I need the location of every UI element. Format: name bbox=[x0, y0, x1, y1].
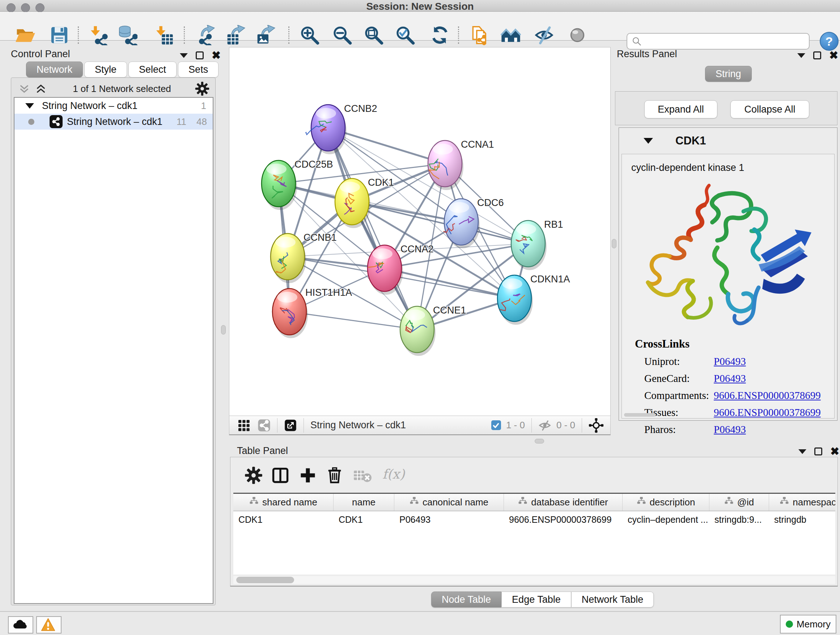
network-node-CCNE1[interactable] bbox=[400, 306, 436, 356]
crosslink-value-link[interactable]: 9606.ENSP00000378699 bbox=[714, 390, 821, 402]
export-image-button[interactable] bbox=[256, 25, 276, 45]
panel-float-icon[interactable] bbox=[196, 51, 204, 59]
memory-button[interactable]: Memory bbox=[780, 615, 836, 633]
collapse-all-networks-icon[interactable] bbox=[16, 83, 33, 95]
tab-sets[interactable]: Sets bbox=[178, 62, 218, 78]
network-edge-HIST1H1A-CCNE1[interactable] bbox=[289, 312, 417, 329]
tab-style[interactable]: Style bbox=[84, 62, 127, 78]
import-network-file-button[interactable] bbox=[88, 25, 108, 45]
network-edge-CCNA2-CDKN1A[interactable] bbox=[385, 268, 515, 298]
table-cell[interactable]: CDK1 bbox=[233, 511, 333, 528]
network-collection-row[interactable]: String Network – cdk1 1 bbox=[14, 98, 213, 114]
birdseye-grid-icon[interactable] bbox=[237, 419, 250, 432]
bottom-splitter-handle[interactable] bbox=[535, 439, 544, 443]
column-header-namespace[interactable]: namespace bbox=[769, 494, 835, 511]
network-node-RB1[interactable] bbox=[511, 220, 546, 270]
collapse-all-button[interactable]: Collapse All bbox=[730, 100, 809, 119]
search-input[interactable] bbox=[642, 34, 809, 49]
table-cell[interactable]: stringdb bbox=[769, 511, 835, 528]
detach-view-icon[interactable] bbox=[284, 419, 297, 432]
gene-header[interactable]: CDK1 bbox=[619, 128, 837, 154]
table-cell[interactable]: CDK1 bbox=[333, 511, 394, 528]
network-node-CDK1[interactable] bbox=[335, 179, 370, 228]
network-node-CCNA2[interactable] bbox=[368, 245, 403, 295]
network-node-CDKN1A[interactable] bbox=[497, 275, 533, 325]
delete-column-icon[interactable] bbox=[325, 466, 344, 485]
panel-float-icon[interactable] bbox=[814, 448, 822, 455]
table-cell[interactable]: stringdb:9... bbox=[709, 511, 769, 528]
crosslink-value-link[interactable]: P06493 bbox=[714, 372, 746, 385]
refresh-button[interactable] bbox=[430, 25, 450, 45]
export-network-button[interactable] bbox=[195, 25, 216, 45]
gene-collapse-icon[interactable] bbox=[644, 138, 653, 144]
save-session-button[interactable] bbox=[49, 25, 69, 45]
network-row-selected[interactable]: String Network – cdk1 11 48 bbox=[14, 114, 213, 130]
cloud-button[interactable] bbox=[8, 616, 33, 633]
import-table-button[interactable] bbox=[153, 25, 174, 45]
table-cell[interactable]: cyclin–dependent ... bbox=[622, 511, 709, 528]
hidden-items-icon[interactable] bbox=[538, 419, 551, 432]
home-button[interactable] bbox=[501, 25, 521, 45]
crosslink-value-link[interactable]: P06493 bbox=[714, 356, 746, 367]
export-table-button[interactable] bbox=[226, 25, 246, 45]
table-horizontal-scrollbar[interactable] bbox=[233, 576, 835, 584]
panel-close-icon[interactable]: ✖ bbox=[830, 448, 839, 455]
eye-button[interactable] bbox=[567, 25, 587, 45]
add-column-icon[interactable] bbox=[298, 466, 317, 485]
column-header-id[interactable]: @id bbox=[709, 494, 769, 511]
network-view-canvas[interactable]: CCNB2CCNA1CDC25BCDK1CDC6RB1CCNB1CCNA2CDK… bbox=[229, 47, 611, 416]
column-header-database-identifier[interactable]: database identifier bbox=[504, 494, 622, 511]
panel-menu-icon[interactable] bbox=[798, 449, 806, 454]
help-button[interactable]: ? bbox=[820, 32, 838, 51]
zoom-fit-button[interactable] bbox=[363, 25, 384, 45]
table-row[interactable]: CDK1CDK1P064939606.ENSP00000378699cyclin… bbox=[233, 511, 835, 528]
expand-all-button[interactable]: Expand All bbox=[644, 100, 717, 119]
tab-node-table[interactable]: Node Table bbox=[431, 592, 501, 608]
tab-edge-table[interactable]: Edge Table bbox=[501, 592, 571, 608]
results-scrollbar-thumb[interactable] bbox=[624, 413, 656, 417]
column-header-name[interactable]: name bbox=[333, 494, 394, 511]
tab-select[interactable]: Select bbox=[128, 62, 177, 78]
open-session-button[interactable] bbox=[15, 25, 35, 45]
zoom-selected-button[interactable] bbox=[395, 25, 415, 45]
string-document-button[interactable] bbox=[470, 25, 490, 45]
zoom-out-button[interactable] bbox=[332, 25, 352, 45]
tab-string[interactable]: String bbox=[705, 66, 752, 82]
search-box[interactable] bbox=[627, 33, 810, 50]
warnings-button[interactable] bbox=[36, 616, 62, 633]
column-type-icon bbox=[637, 496, 646, 508]
right-splitter-handle[interactable] bbox=[612, 239, 616, 249]
collection-expand-icon[interactable] bbox=[25, 103, 34, 109]
network-node-CDC6[interactable] bbox=[444, 199, 480, 249]
crosslink-value-link[interactable]: 9606.ENSP00000378699 bbox=[714, 407, 821, 418]
column-header-shared-name[interactable]: shared name bbox=[233, 494, 333, 511]
panel-menu-icon[interactable] bbox=[180, 53, 188, 58]
panel-float-icon[interactable] bbox=[813, 51, 821, 59]
column-header-description[interactable]: description bbox=[622, 494, 709, 511]
node-label-CDKN1A: CDKN1A bbox=[531, 274, 570, 285]
table-options-gear-icon[interactable] bbox=[244, 466, 263, 485]
show-columns-icon[interactable] bbox=[271, 466, 290, 485]
network-options-gear-icon[interactable] bbox=[195, 81, 210, 96]
expand-all-networks-icon[interactable] bbox=[33, 83, 49, 95]
network-edge-CCNB2-CCNE1[interactable] bbox=[328, 128, 417, 329]
crosslink-value-link[interactable]: P06493 bbox=[714, 424, 746, 435]
table-scrollbar-thumb[interactable] bbox=[236, 577, 294, 583]
zoom-in-button[interactable] bbox=[300, 25, 320, 45]
hide-glasses-button[interactable] bbox=[534, 25, 554, 45]
tab-network[interactable]: Network bbox=[26, 62, 83, 78]
string-share-icon[interactable] bbox=[257, 419, 271, 432]
table-cell[interactable]: P06493 bbox=[394, 511, 504, 528]
import-network-database-button[interactable] bbox=[117, 25, 137, 45]
column-header-canonical-name[interactable]: canonical name bbox=[394, 494, 504, 511]
panel-close-icon[interactable]: ✖ bbox=[212, 51, 221, 59]
table-cell[interactable]: 9606.ENSP00000378699 bbox=[504, 511, 622, 528]
network-node-CCNB1[interactable] bbox=[271, 233, 306, 283]
network-node-HIST1H1A[interactable] bbox=[272, 288, 308, 338]
panel-menu-icon[interactable] bbox=[797, 53, 805, 58]
fit-selected-crosshair-icon[interactable] bbox=[589, 418, 604, 433]
selected-nodes-checkbox[interactable] bbox=[491, 420, 501, 430]
tab-network-table[interactable]: Network Table bbox=[571, 592, 654, 608]
left-splitter-handle[interactable] bbox=[221, 325, 226, 334]
panel-close-icon[interactable]: ✖ bbox=[829, 51, 838, 59]
